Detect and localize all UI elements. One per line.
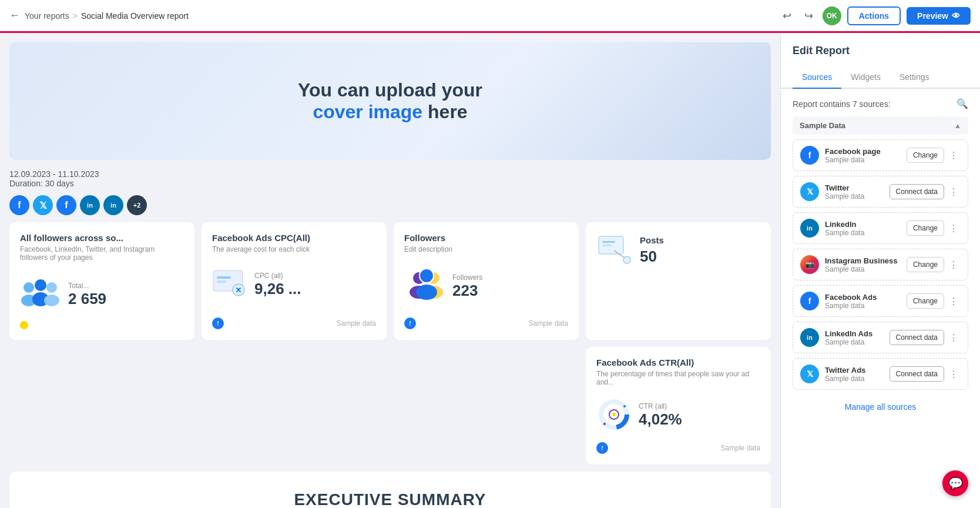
widgets-area: All followers across so... Facebook, Lin… — [9, 222, 771, 464]
change-button-facebook-ads[interactable]: Change — [907, 293, 944, 309]
breadcrumb-parent[interactable]: Your reports — [25, 11, 69, 21]
source-actions-twitter-ads: Connect data ⋮ — [890, 366, 961, 382]
source-logo-twitter-ads: 𝕏 — [800, 365, 819, 383]
cpc-metric-label: CPC (all) — [254, 272, 301, 280]
svg-rect-17 — [602, 241, 615, 243]
fol-metric-value: 223 — [452, 282, 482, 300]
widget-cpc-title: Facebook Ads CPC(All) — [212, 233, 376, 243]
actions-button[interactable]: Actions — [847, 6, 901, 25]
chat-bubble[interactable]: 💬 — [942, 470, 968, 496]
social-icons-row: f 𝕏 f in in +2 — [9, 195, 771, 215]
executive-section: EXECUTIVE SUMMARY Consolidated social me… — [9, 472, 771, 508]
svg-point-23 — [612, 413, 616, 416]
more-button-facebook-ads[interactable]: ⋮ — [947, 295, 961, 308]
source-logo-linkedin: in — [800, 219, 819, 238]
svg-point-19 — [623, 256, 630, 263]
more-button-linkedin-ads[interactable]: ⋮ — [947, 331, 961, 345]
source-info-facebook-page: Facebook page Sample data — [825, 147, 901, 164]
source-actions-facebook-page: Change ⋮ — [907, 148, 961, 163]
source-item-twitter: 𝕏 Twitter Sample data Connect data ⋮ — [793, 176, 968, 208]
ctr-icon — [596, 398, 632, 433]
cpc-metric-value: 9,26 ... — [254, 280, 301, 298]
source-yellow-dot — [20, 321, 28, 329]
more-button-facebook-page[interactable]: ⋮ — [947, 149, 961, 162]
undo-button[interactable]: ↩ — [779, 7, 795, 25]
source-data-instagram: Sample data — [825, 265, 901, 273]
connect-button-twitter-ads[interactable]: Connect data — [890, 366, 944, 382]
widget-cpc-footer: f Sample data — [212, 313, 376, 329]
more-button-twitter-ads[interactable]: ⋮ — [947, 367, 961, 381]
cover-section[interactable]: You can upload your cover image here — [9, 42, 771, 160]
svg-rect-7 — [217, 276, 231, 279]
back-button[interactable]: ← — [9, 9, 20, 22]
svg-rect-18 — [602, 245, 612, 246]
svg-point-4 — [46, 282, 57, 293]
source-logo-facebook-page: f — [800, 146, 819, 165]
change-button-instagram[interactable]: Change — [907, 257, 944, 272]
cover-link[interactable]: cover image — [313, 101, 422, 122]
tab-settings[interactable]: Settings — [890, 66, 939, 89]
sample-data-section: Sample Data ▲ f Facebook page Sample dat… — [793, 116, 968, 390]
source-icon-fb: f — [212, 317, 224, 329]
tab-sources[interactable]: Sources — [793, 66, 841, 89]
social-icon-linkedin2: in — [103, 195, 123, 215]
social-icon-more: +2 — [127, 195, 147, 215]
source-name-twitter: Twitter — [825, 183, 884, 192]
svg-point-2 — [35, 279, 46, 291]
widget-ctr-footer: f Sample data — [596, 437, 760, 454]
manage-all-sources-link[interactable]: Manage all sources — [845, 402, 916, 412]
widget-ctr: Facebook Ads CTR(All) The percentage of … — [586, 347, 771, 464]
main-layout: You can upload your cover image here 12.… — [0, 33, 980, 508]
people-icon — [20, 276, 61, 313]
cover-line1: You can upload your — [298, 79, 482, 101]
source-name-instagram: Instagram Business — [825, 256, 901, 265]
sidebar-tabs: Sources Widgets Settings — [781, 66, 980, 89]
redo-button[interactable]: ↪ — [801, 7, 817, 25]
more-button-twitter[interactable]: ⋮ — [947, 185, 961, 199]
widgets-grid-top: All followers across so... Facebook, Lin… — [9, 222, 771, 340]
date-section: 12.09.2023 - 11.10.2023 Duration: 30 day… — [9, 169, 771, 188]
posts-title: Posts — [640, 235, 664, 245]
followers-metric-value: 2 659 — [68, 290, 106, 308]
source-info-linkedin-ads: LinkedIn Ads Sample data — [825, 329, 884, 346]
posts-value: 50 — [640, 248, 664, 266]
top-nav: ← Your reports > Social Media Overview r… — [0, 0, 980, 33]
source-actions-twitter: Connect data ⋮ — [890, 184, 961, 199]
source-info-twitter-ads: Twitter Ads Sample data — [825, 366, 884, 383]
widget-cpc-desc: The average cost for each click — [212, 245, 376, 253]
svg-point-24 — [603, 423, 606, 425]
preview-label: Preview — [917, 11, 948, 21]
widget-fol-title: Followers — [404, 233, 568, 243]
chat-icon: 💬 — [948, 476, 963, 490]
source-name-linkedin: LinkedIn — [825, 220, 901, 229]
source-info-instagram: Instagram Business Sample data — [825, 256, 901, 273]
svg-point-25 — [623, 405, 626, 407]
source-item-facebook-page: f Facebook page Sample data Change ⋮ — [793, 139, 968, 171]
fol-metric-label: Followers — [452, 273, 482, 282]
duration: Duration: 30 days — [9, 179, 771, 188]
preview-icon: 👁 — [952, 11, 960, 21]
section-header-sample-data[interactable]: Sample Data ▲ — [793, 116, 968, 135]
widget-fol-footer: f Sample data — [404, 313, 568, 329]
source-logo-instagram: 📷 — [800, 255, 819, 274]
ctr-metric-label: CTR (all) — [639, 402, 682, 410]
tab-widgets[interactable]: Widgets — [841, 66, 890, 89]
svg-point-15 — [416, 285, 437, 300]
change-button-linkedin[interactable]: Change — [907, 220, 944, 236]
chevron-up-icon: ▲ — [954, 122, 961, 130]
svg-point-0 — [24, 282, 34, 293]
connect-button-linkedin-ads[interactable]: Connect data — [890, 330, 944, 345]
source-logo-facebook-ads: f — [800, 292, 819, 310]
preview-button[interactable]: Preview 👁 — [907, 7, 971, 25]
social-icon-facebook2: f — [56, 195, 76, 215]
widget-followers-desc: Facebook, LinkedIn, Twitter, and Instagr… — [20, 245, 184, 262]
source-icon-fb2: f — [404, 317, 416, 329]
change-button-facebook-page[interactable]: Change — [907, 148, 944, 163]
connect-button-twitter[interactable]: Connect data — [890, 184, 944, 199]
section-title-sample-data: Sample Data — [800, 121, 845, 130]
search-sources-button[interactable]: 🔍 — [956, 98, 968, 109]
widget-followers-footer — [20, 316, 184, 329]
ctr-title: Facebook Ads CTR(All) — [596, 357, 760, 367]
more-button-linkedin[interactable]: ⋮ — [947, 222, 961, 235]
more-button-instagram[interactable]: ⋮ — [947, 258, 961, 272]
